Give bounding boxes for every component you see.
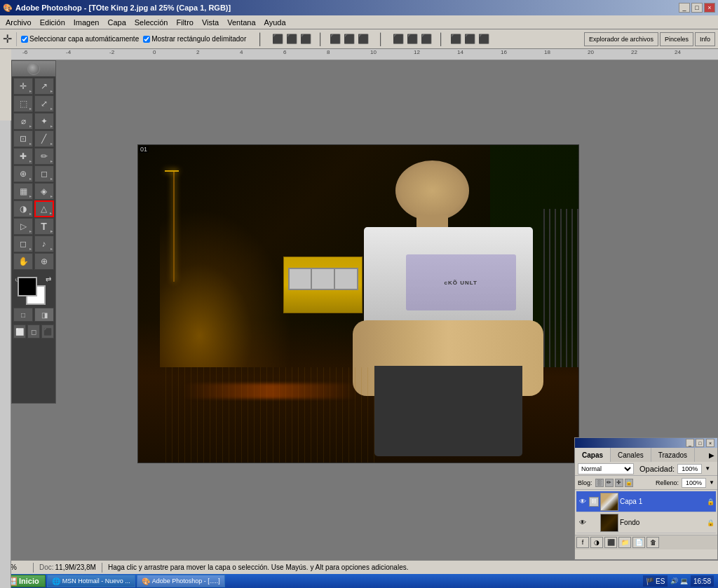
show-bounds-label[interactable]: Mostrar rectángulo delimitador — [143, 35, 246, 43]
panel-close-button[interactable]: × — [706, 439, 714, 447]
menu-ventana[interactable]: Ventana — [223, 17, 259, 28]
align-bottom-icon[interactable]: ⬛ — [357, 34, 370, 44]
layer-item-capa1[interactable]: 👁 ⛓ Capa 1 🔒 — [576, 491, 716, 512]
tool-hand[interactable]: ✋ — [13, 253, 33, 270]
tool-move[interactable]: ✛▸ — [13, 78, 33, 95]
opacity-arrow-icon[interactable]: ▼ — [705, 465, 710, 472]
fill-input[interactable] — [682, 478, 706, 488]
align-top-icon[interactable]: ⬛ — [329, 34, 341, 44]
layer-item-fondo[interactable]: 👁 Fondo 🔒 — [576, 512, 716, 533]
tool-clone[interactable]: ⊕▸ — [13, 165, 33, 182]
layer-eye-capa1[interactable]: 👁 — [578, 497, 588, 507]
blend-mode-select[interactable]: Normal — [578, 463, 634, 474]
panel-menu-icon[interactable]: ▶ — [706, 448, 717, 462]
align-center-icon[interactable]: ⬛ — [285, 34, 298, 44]
distribute4-icon[interactable]: ⬛ — [449, 34, 462, 44]
lock-move-icon[interactable]: ✛ — [615, 479, 623, 487]
layer-mask-button[interactable]: ◑ — [590, 537, 603, 548]
tool-transform[interactable]: ⤢▸ — [34, 95, 54, 112]
tool-path-select[interactable]: ▷▸ — [13, 218, 33, 235]
normal-screen-btn[interactable]: ⬜ — [13, 324, 26, 339]
auto-select-label[interactable]: Seleccionar capa automáticamente — [21, 35, 139, 43]
lock-pixels-icon[interactable]: ✏ — [605, 479, 614, 487]
menu-imagen[interactable]: Imagen — [69, 17, 104, 28]
tool-dodge[interactable]: ◑▸ — [13, 200, 33, 217]
brushes-button[interactable]: Pinceles — [660, 32, 693, 46]
new-group-button[interactable]: 📁 — [618, 537, 631, 548]
align-left-icon[interactable]: ⬛ — [271, 34, 284, 44]
tool-pen[interactable]: △▸ — [34, 200, 54, 217]
menu-ayuda[interactable]: Ayuda — [260, 17, 290, 28]
tool-text[interactable]: T▸ — [34, 218, 54, 235]
file-browser-button[interactable]: Explorador de archivos — [584, 32, 658, 46]
distribute5-icon[interactable]: ⬛ — [463, 34, 476, 44]
tool-heal[interactable]: ✚▸ — [13, 148, 33, 165]
standard-mode-btn[interactable]: □ — [13, 308, 33, 322]
quick-mask-btn[interactable]: ◨ — [34, 308, 54, 322]
layer-link-capa1[interactable]: ⛓ — [589, 497, 599, 507]
panel-controls[interactable]: _ □ × — [686, 439, 714, 447]
tool-lasso[interactable]: ⌀▸ — [13, 113, 33, 130]
menu-archivo[interactable]: Archivo — [1, 17, 36, 28]
show-bounds-checkbox[interactable] — [143, 36, 150, 43]
distribute6-icon[interactable]: ⬛ — [477, 34, 490, 44]
new-layer-button[interactable]: 📄 — [632, 537, 645, 548]
close-button[interactable]: × — [704, 3, 715, 13]
lock-transparent-icon[interactable]: ░ — [595, 479, 604, 487]
lock-all-icon[interactable]: 🔒 — [625, 479, 633, 487]
info-button[interactable]: Info — [695, 32, 715, 46]
fullscreen-menu-btn[interactable]: ◻ — [27, 324, 40, 339]
foreground-color[interactable] — [18, 277, 37, 296]
blend-opacity-row: Normal Opacidad: ▼ — [575, 462, 717, 476]
distribute2-icon[interactable]: ⬛ — [406, 34, 419, 44]
delete-layer-button[interactable]: 🗑 — [646, 537, 659, 548]
taskbar-icons: 🔊 💻 — [670, 577, 688, 584]
tool-eraser[interactable]: ◻▸ — [34, 165, 54, 182]
align-vcenter-icon[interactable]: ⬛ — [343, 34, 355, 44]
tab-canales[interactable]: Canales — [611, 448, 651, 462]
maximize-button[interactable]: □ — [691, 3, 703, 13]
swap-colors-icon[interactable]: ⇄ — [46, 275, 51, 283]
tool-shape[interactable]: ◻▸ — [13, 235, 33, 252]
tool-eyedropper[interactable]: ╱▸ — [34, 130, 54, 147]
distribute3-icon[interactable]: ⬛ — [420, 34, 433, 44]
new-fill-layer-button[interactable]: ⬛ — [604, 537, 617, 548]
tool-notes[interactable]: ♪▸ — [34, 235, 54, 252]
layer-style-button[interactable]: f — [576, 537, 589, 548]
clock-time: 16:58 — [693, 577, 711, 585]
tool-zoom[interactable]: ⊕ — [34, 253, 54, 270]
opacity-input[interactable] — [677, 464, 702, 474]
auto-select-checkbox[interactable] — [21, 36, 28, 43]
tool-rect-select[interactable]: ⬚▸ — [13, 95, 33, 112]
panel-minimize-button[interactable]: _ — [686, 439, 694, 447]
menu-edicion[interactable]: Edición — [36, 17, 69, 28]
tool-magic-wand[interactable]: ✦▸ — [34, 113, 54, 130]
taskbar-item-hotmail[interactable]: 🌐 MSN Hotmail - Nuevo ... — [47, 575, 135, 587]
tool-brush[interactable]: ✏▸ — [34, 148, 54, 165]
tab-capas[interactable]: Capas — [575, 448, 611, 462]
title-text: Adobe Photoshop - [TOte King 2.jpg al 25… — [15, 4, 231, 12]
fill-arrow-icon[interactable]: ▼ — [709, 479, 714, 486]
tool-arrow[interactable]: ↗▸ — [34, 78, 54, 95]
tools-grid: ✛▸ ↗▸ ⬚▸ ⤢▸ ⌀▸ ✦▸ ⊡▸ ╱▸ ✚▸ ✏▸ ⊕▸ ◻▸ ▦▸ ◈… — [12, 76, 55, 271]
menu-vista[interactable]: Vista — [198, 17, 223, 28]
window-controls[interactable]: _ □ × — [679, 3, 715, 13]
distribute1-icon[interactable]: ⬛ — [392, 34, 405, 44]
lang-code: ES — [656, 577, 665, 585]
tool-gradient[interactable]: ▦▸ — [13, 183, 33, 200]
fullscreen-btn[interactable]: ⬛ — [41, 324, 54, 339]
tool-blur[interactable]: ◈▸ — [34, 183, 54, 200]
layer-eye-fondo[interactable]: 👁 — [578, 518, 588, 528]
panel-restore-button[interactable]: □ — [696, 439, 704, 447]
align-right-icon[interactable]: ⬛ — [299, 34, 312, 44]
menu-filtro[interactable]: Filtro — [172, 17, 197, 28]
minimize-button[interactable]: _ — [679, 3, 690, 13]
taskbar-item-photoshop[interactable]: 🎨 Adobe Photoshop - [.....] — [137, 575, 225, 587]
app-title: 🎨 Adobe Photoshop - [TOte King 2.jpg al … — [3, 4, 231, 13]
tool-crop[interactable]: ⊡▸ — [13, 130, 33, 147]
menu-capa[interactable]: Capa — [103, 17, 130, 28]
layer-name-fondo: Fondo — [620, 519, 705, 526]
layer-thumb-capa1 — [600, 493, 618, 511]
menu-seleccion[interactable]: Selección — [130, 17, 172, 28]
tab-trazados[interactable]: Trazados — [651, 448, 695, 462]
